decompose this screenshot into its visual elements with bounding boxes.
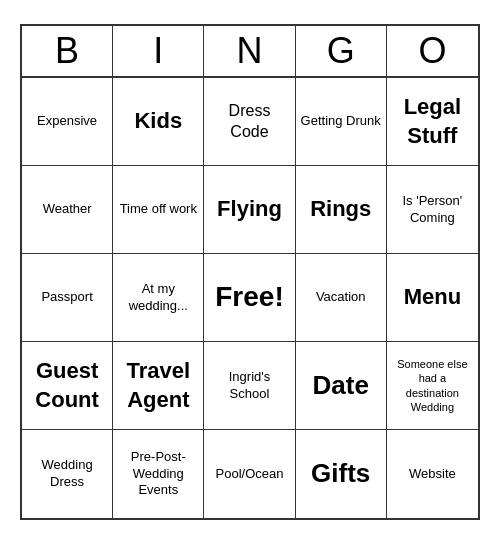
bingo-cell[interactable]: Kids [113,78,204,166]
cell-text: Wedding Dress [26,457,108,491]
bingo-cell[interactable]: Passport [22,254,113,342]
cell-text: Getting Drunk [301,113,381,130]
cell-text: Passport [41,289,92,306]
header-letter: G [296,26,387,76]
cell-text: Expensive [37,113,97,130]
bingo-cell[interactable]: Wedding Dress [22,430,113,518]
cell-text: Date [313,369,369,403]
header-letter: O [387,26,478,76]
bingo-cell[interactable]: Guest Count [22,342,113,430]
bingo-cell[interactable]: Free! [204,254,295,342]
cell-text: Gifts [311,457,370,491]
cell-text: Ingrid's School [208,369,290,403]
bingo-cell[interactable]: Pre-Post-Wedding Events [113,430,204,518]
bingo-cell[interactable]: Date [296,342,387,430]
bingo-cell[interactable]: Dress Code [204,78,295,166]
header-letter: B [22,26,113,76]
bingo-cell[interactable]: Website [387,430,478,518]
cell-text: Menu [404,283,461,312]
bingo-cell[interactable]: Time off work [113,166,204,254]
bingo-cell[interactable]: Weather [22,166,113,254]
cell-text: Pool/Ocean [216,466,284,483]
bingo-cell[interactable]: Ingrid's School [204,342,295,430]
cell-text: Kids [134,107,182,136]
bingo-cell[interactable]: Legal Stuff [387,78,478,166]
bingo-cell[interactable]: Menu [387,254,478,342]
cell-text: Someone else had a destination Wedding [391,357,474,414]
bingo-grid: ExpensiveKidsDress CodeGetting DrunkLega… [22,78,478,518]
header-letter: I [113,26,204,76]
bingo-cell[interactable]: Pool/Ocean [204,430,295,518]
bingo-cell[interactable]: Vacation [296,254,387,342]
cell-text: Travel Agent [117,357,199,414]
bingo-cell[interactable]: Rings [296,166,387,254]
cell-text: Dress Code [208,101,290,143]
cell-text: Rings [310,195,371,224]
header-letter: N [204,26,295,76]
bingo-cell[interactable]: Is 'Person' Coming [387,166,478,254]
cell-text: Flying [217,195,282,224]
cell-text: Free! [215,279,283,315]
bingo-cell[interactable]: Someone else had a destination Wedding [387,342,478,430]
cell-text: Website [409,466,456,483]
bingo-cell[interactable]: Travel Agent [113,342,204,430]
bingo-card: BINGO ExpensiveKidsDress CodeGetting Dru… [20,24,480,520]
bingo-cell[interactable]: Flying [204,166,295,254]
cell-text: Weather [43,201,92,218]
cell-text: Pre-Post-Wedding Events [117,449,199,500]
bingo-cell[interactable]: Getting Drunk [296,78,387,166]
cell-text: Legal Stuff [391,93,474,150]
cell-text: Vacation [316,289,366,306]
bingo-header: BINGO [22,26,478,78]
bingo-cell[interactable]: At my wedding... [113,254,204,342]
bingo-cell[interactable]: Expensive [22,78,113,166]
cell-text: Time off work [120,201,197,218]
cell-text: Guest Count [26,357,108,414]
bingo-cell[interactable]: Gifts [296,430,387,518]
cell-text: Is 'Person' Coming [391,193,474,227]
cell-text: At my wedding... [117,281,199,315]
